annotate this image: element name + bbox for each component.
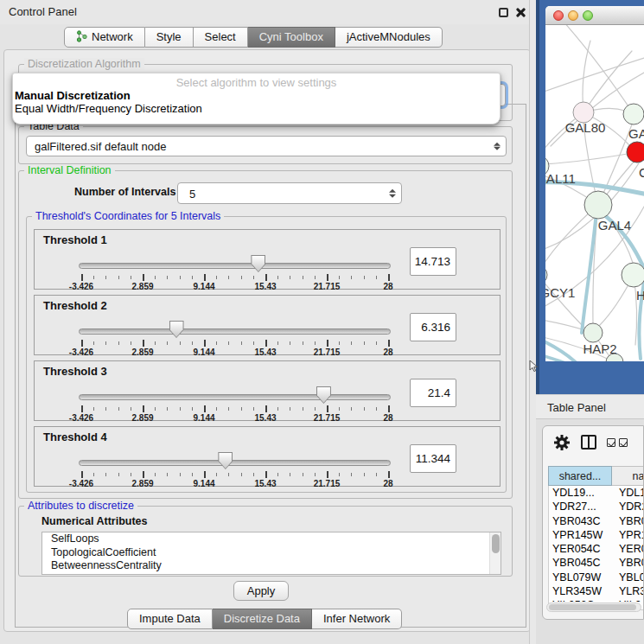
slider-ticks xyxy=(81,340,388,348)
node-hap2[interactable] xyxy=(583,323,603,342)
cell-name[interactable]: YDL1 xyxy=(619,486,644,500)
network-edge[interactable] xyxy=(563,25,634,114)
select-checkbox-icon[interactable] xyxy=(619,438,628,447)
node-label-gcy1: GCY1 xyxy=(545,285,575,300)
slider-track[interactable] xyxy=(79,263,391,269)
table-row[interactable]: YLR345WYLR3 xyxy=(548,584,644,598)
split-columns-icon[interactable] xyxy=(581,435,596,450)
threshold-3-slider[interactable]: -3.4262.8599.14415.4321.71528 xyxy=(81,386,388,422)
algorithm-option-equal-width-frequency-discretization[interactable]: Equal Width/Frequency Discretization xyxy=(13,102,500,115)
horizontal-scrollbar-thumb[interactable] xyxy=(549,604,636,610)
tab-cyni-toolbox[interactable]: Cyni Toolbox xyxy=(248,27,335,48)
apply-button[interactable]: Apply xyxy=(233,581,289,601)
cell-name[interactable]: YBL0 xyxy=(619,571,644,584)
cell-name[interactable]: YLR3 xyxy=(619,584,644,598)
attributes-group-title: Attributes to discretize xyxy=(24,500,137,512)
table-row[interactable]: YIL052CYIL0 xyxy=(548,598,644,602)
cell-shared-name[interactable]: YLR345W xyxy=(552,584,602,598)
network-edge[interactable] xyxy=(545,152,637,164)
table-row[interactable]: YDL19...YDL1 xyxy=(548,486,644,500)
attribute-item-betweennesscentrality[interactable]: BetweennessCentrality xyxy=(42,559,501,573)
network-edge[interactable] xyxy=(545,319,585,330)
table-row[interactable]: YDR27...YDR2 xyxy=(548,500,644,513)
table-data-combobox[interactable]: galFiltered.sif default node xyxy=(26,136,507,156)
cell-shared-name[interactable]: YER054C xyxy=(552,542,601,556)
slider-track[interactable] xyxy=(79,460,391,466)
tab-select[interactable]: Select xyxy=(194,27,248,48)
zoom-traffic-light-icon[interactable] xyxy=(583,10,593,21)
node-label-gal4: GAL4 xyxy=(598,218,631,233)
threshold-3-value-field[interactable] xyxy=(410,379,456,407)
numerical-attributes-list[interactable]: SelfLoopsTopologicalCoefficientBetweenne… xyxy=(41,532,501,575)
cell-shared-name[interactable]: YIL052C xyxy=(552,598,595,602)
float-window-icon[interactable] xyxy=(499,8,508,17)
cell-name[interactable]: YDR2 xyxy=(619,500,644,513)
cell-shared-name[interactable]: YBL079W xyxy=(552,571,601,584)
network-edge[interactable] xyxy=(545,58,644,94)
tab-jactivemnodules[interactable]: jActiveMNodules xyxy=(335,27,443,48)
cell-shared-name[interactable]: YDL19... xyxy=(552,486,595,500)
threshold-3-slider-thumb[interactable] xyxy=(316,386,331,404)
cell-shared-name[interactable]: YPR145W xyxy=(552,528,603,542)
threshold-1-value-field[interactable] xyxy=(410,247,456,276)
table-row[interactable]: YBR045CYBR0 xyxy=(548,556,644,570)
threshold-2-slider[interactable]: -3.4262.8599.14415.4321.71528 xyxy=(81,320,388,356)
algorithm-option-manual-discretization[interactable]: Manual Discretization xyxy=(13,89,500,102)
tab-infer-network[interactable]: Infer Network xyxy=(312,609,402,629)
table-row[interactable]: YPR145WYPR1 xyxy=(548,528,644,542)
slider-track[interactable] xyxy=(79,328,391,335)
table-row[interactable]: YER054CYER0 xyxy=(548,542,644,556)
cell-name[interactable]: YER0 xyxy=(619,542,644,556)
table-panel: shared... na YDL19...YDL1YDR27...YDR2YBR… xyxy=(542,425,644,620)
column-header-name[interactable]: na xyxy=(612,466,644,486)
network-edge[interactable] xyxy=(583,51,632,112)
node-gal4[interactable] xyxy=(584,191,612,219)
close-traffic-light-icon[interactable] xyxy=(553,10,564,21)
horizontal-scrollbar[interactable] xyxy=(546,603,641,612)
threshold-4-slider[interactable]: -3.4262.8599.14415.4321.71528 xyxy=(81,451,388,488)
thresholds-group: Threshold's Coordinates for 5 Intervals … xyxy=(26,216,507,493)
threshold-1-slider-thumb[interactable] xyxy=(251,255,265,272)
node-top-right[interactable] xyxy=(623,104,644,124)
cell-shared-name[interactable]: YBR045C xyxy=(552,556,601,570)
panel-divider xyxy=(529,0,536,644)
cell-name[interactable]: YPR1 xyxy=(619,528,644,542)
close-panel-icon[interactable] xyxy=(515,7,526,18)
cell-name[interactable]: YBR0 xyxy=(619,514,644,528)
table-row[interactable]: YBR043CYBR0 xyxy=(548,514,644,528)
threshold-4-slider-thumb[interactable] xyxy=(218,452,233,469)
minimize-traffic-light-icon[interactable] xyxy=(568,10,578,21)
network-edge[interactable] xyxy=(582,212,596,333)
attribute-item-selfloops[interactable]: SelfLoops xyxy=(42,532,501,546)
threshold-1-slider[interactable]: -3.4262.8599.14415.4321.71528 xyxy=(81,254,388,290)
select-checkbox-icon[interactable] xyxy=(607,438,615,447)
tab-discretize-data[interactable]: Discretize Data xyxy=(213,609,312,629)
gear-icon[interactable] xyxy=(553,434,571,451)
cell-shared-name[interactable]: YDR27... xyxy=(552,500,596,513)
cell-shared-name[interactable]: YBR043C xyxy=(552,514,601,528)
threshold-2-value-field[interactable] xyxy=(410,313,456,341)
network-edge[interactable] xyxy=(545,275,585,328)
tab-impute-data[interactable]: Impute Data xyxy=(127,609,213,629)
threshold-2-slider-thumb[interactable] xyxy=(169,321,184,338)
network-canvas[interactable]: GAL80GACGAL11GAL4GCY1HHAP2 xyxy=(545,25,644,361)
discretization-algorithm-title: Discretization Algorithm xyxy=(24,58,144,70)
tab-network[interactable]: Network xyxy=(64,27,145,48)
slider-tick-labels: -3.4262.8599.14415.4321.71528 xyxy=(81,348,388,358)
node-h[interactable] xyxy=(622,263,644,287)
cell-name[interactable]: YBR0 xyxy=(619,556,644,570)
attribute-item-topologicalcoefficient[interactable]: TopologicalCoefficient xyxy=(42,546,501,560)
node-gcy1[interactable] xyxy=(545,265,547,284)
threshold-4-value-field[interactable] xyxy=(410,444,456,473)
node-label-hap2: HAP2 xyxy=(583,341,616,356)
tab-style[interactable]: Style xyxy=(145,27,194,48)
table-row[interactable]: YBL079WYBL0 xyxy=(548,571,644,584)
number-of-intervals-combobox[interactable]: 5 xyxy=(177,182,402,204)
number-of-intervals-value: 5 xyxy=(189,183,195,205)
network-window-titlebar[interactable] xyxy=(545,6,644,25)
cell-name[interactable]: YIL0 xyxy=(619,598,641,602)
list-scrollbar[interactable] xyxy=(489,532,501,574)
slider-track[interactable] xyxy=(79,394,391,400)
column-header-shared-name[interactable]: shared... xyxy=(548,466,612,486)
node-selected-red[interactable] xyxy=(627,142,644,163)
